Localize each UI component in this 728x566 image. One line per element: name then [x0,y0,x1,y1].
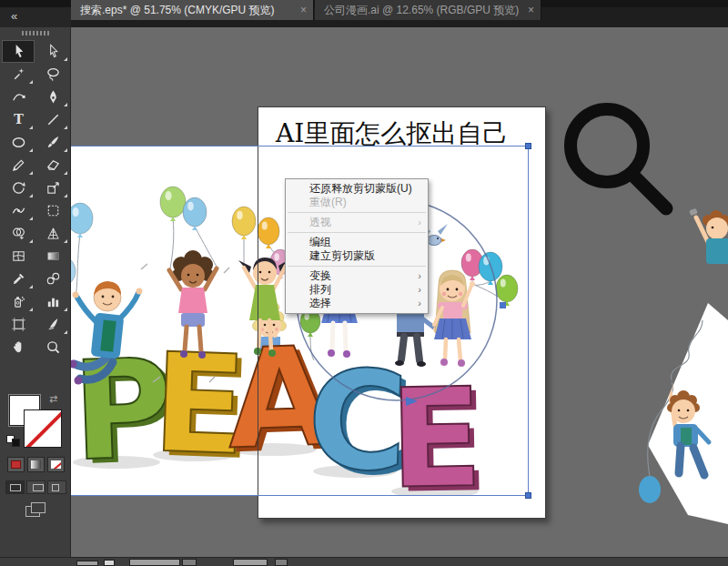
tab-document-2[interactable]: 公司漫画.ai @ 12.65% (RGB/GPU 预览) × [315,0,541,20]
panel-collapse-header[interactable]: « [0,7,71,27]
slice-icon [46,317,61,332]
shape-builder-icon [11,226,26,241]
mesh-tool[interactable] [2,245,35,268]
direct-selection-icon [46,44,61,59]
screen-mode-button[interactable] [25,502,47,519]
eraser-tool[interactable] [36,154,69,177]
draw-normal-mode-button[interactable] [5,480,25,494]
close-tab-icon[interactable]: × [300,0,307,20]
zoom-dropdown-button[interactable] [182,559,197,566]
tab-label: 公司漫画.ai @ 12.65% (RGB/GPU 预览) [324,4,519,16]
free-transform-tool[interactable] [36,199,69,222]
blend-tool[interactable] [36,268,69,290]
submenu-arrow-icon: › [418,283,421,297]
stroke-swatch[interactable] [24,409,62,448]
flyout-indicator [64,148,67,152]
column-graph-tool[interactable] [36,290,69,313]
pencil-tool[interactable] [2,154,35,177]
menu-separator [288,212,426,213]
flyout-indicator [29,217,33,220]
flyout-indicator [29,239,33,243]
menu-item-redo[interactable]: 重做(R) [286,196,428,209]
status-page-icon [104,560,115,566]
line-segment-tool[interactable] [36,108,69,131]
flyout-indicator [64,103,67,106]
pen-tool[interactable] [36,86,69,108]
selection-edge-top[interactable] [71,146,528,147]
tab-label: 搜索.eps* @ 51.75% (CMYK/GPU 预览) [80,4,275,16]
eraser-icon [46,157,61,173]
gradient-button[interactable] [27,457,45,472]
swap-fill-stroke-icon[interactable]: ⇄ [49,393,64,406]
menu-item-label: 编组 [309,236,331,248]
ellipse-tool[interactable] [2,131,35,154]
selection-handle-bottom-right[interactable] [525,492,531,499]
selection-tool[interactable] [2,40,35,63]
draw-inside-mode-button[interactable] [47,480,66,494]
menu-item-select[interactable]: 选择› [286,297,428,310]
lasso-tool[interactable] [36,63,69,86]
status-small-box[interactable] [76,561,98,566]
menu-item-label: 排列 [309,283,331,296]
curvature-tool[interactable] [2,86,35,108]
submenu-arrow-icon: › [418,297,421,310]
close-tab-icon[interactable]: × [528,0,534,20]
hand-tool[interactable] [2,336,35,359]
menu-item-group[interactable]: 编组 [286,236,428,249]
direct-selection-tool[interactable] [36,40,69,63]
menu-item-perspective[interactable]: 透视› [286,216,428,229]
flyout-indicator [29,148,33,152]
gradient-tool[interactable] [36,245,69,268]
scale-icon [46,180,61,196]
shape-builder-tool[interactable] [2,222,35,245]
default-fill-stroke-icon[interactable] [6,435,21,447]
menu-item-label: 选择 [309,297,331,309]
menu-item-arrange[interactable]: 排列› [286,283,428,297]
menu-item-restore-release-clipping-mask[interactable]: 还原释放剪切蒙版(U) [286,182,428,196]
magic-wand-tool[interactable] [2,63,35,86]
submenu-arrow-icon: › [418,216,421,229]
selection-handle-top-right[interactable] [525,143,531,149]
flyout-indicator [29,126,33,129]
symbol-sprayer-tool[interactable] [2,290,35,313]
width-tool[interactable] [2,199,35,222]
eyedropper-tool[interactable] [2,268,35,290]
paintbrush-tool[interactable] [36,131,69,154]
artboard-tool[interactable] [2,313,35,336]
color-button[interactable] [7,457,25,472]
free-transform-icon [46,203,61,218]
menu-item-label: 透视 [309,216,331,228]
artboard-nav-dropdown[interactable] [275,559,288,566]
rotate-tool[interactable] [2,177,35,199]
menu-separator [288,232,426,233]
draw-behind-mode-button[interactable] [26,480,46,494]
flyout-indicator [29,308,33,311]
selection-edge-bottom[interactable] [71,495,529,496]
blend-icon [46,271,61,287]
flyout-indicator [64,330,67,334]
selection-edge-right[interactable] [528,146,529,495]
panel-grip[interactable] [22,31,49,35]
menu-item-transform[interactable]: 变换› [286,269,428,283]
zoom-level-box[interactable] [129,559,180,566]
tab-document-1[interactable]: 搜索.eps* @ 51.75% (CMYK/GPU 预览) × [71,0,314,20]
ellipse-icon [11,135,26,150]
artboard-nav-box[interactable] [233,559,268,566]
selection-icon [11,44,26,59]
scale-tool[interactable] [36,177,69,199]
type-tool[interactable]: T [2,108,35,131]
pencil-icon [11,157,26,173]
collapse-panel-icon[interactable]: « [11,9,17,23]
none-slash [25,409,62,448]
context-menu: 还原释放剪切蒙版(U)重做(R)透视›编组建立剪切蒙版变换›排列›选择› [285,178,429,314]
line-segment-icon [46,112,61,127]
flyout-indicator [29,80,33,84]
mesh-icon [11,248,26,264]
perspective-grid-tool[interactable] [36,222,69,245]
zoom-tool[interactable] [36,336,69,359]
menu-item-label: 重做(R) [309,196,347,208]
menu-item-make-clipping-mask[interactable]: 建立剪切蒙版 [286,249,428,263]
slice-tool[interactable] [36,313,69,336]
status-bar [0,557,728,566]
none-button[interactable] [47,457,65,472]
